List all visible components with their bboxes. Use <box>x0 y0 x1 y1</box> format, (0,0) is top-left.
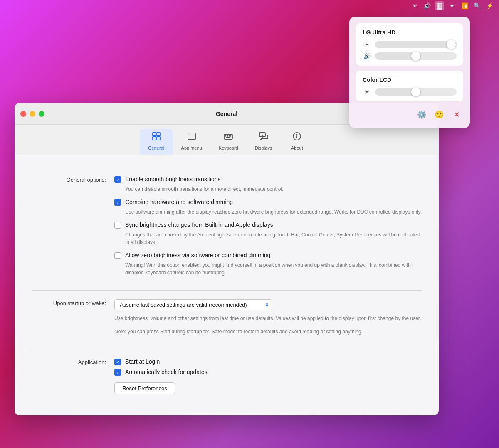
toolbar: General App menu <box>15 125 439 155</box>
power-menubar-icon[interactable]: ⚡ <box>485 1 494 10</box>
reset-preferences-button[interactable]: Reset Preferences <box>114 382 175 394</box>
lg-volume-slider[interactable] <box>375 52 457 60</box>
popover-settings-button[interactable]: ⚙️ <box>415 108 428 121</box>
combine-dimming-checkbox[interactable]: ✓ <box>114 199 121 206</box>
general-options-content: ✓ Enable smooth brightness transitions Y… <box>114 176 422 282</box>
smooth-brightness-checkbox[interactable]: ✓ <box>114 176 121 183</box>
zero-brightness-desc: Warning! With this option enabled, you m… <box>125 261 422 276</box>
start-at-login-label: Start at Login <box>125 358 160 365</box>
tab-app-menu[interactable]: App menu <box>173 129 210 155</box>
keyboard-tab-label: Keyboard <box>219 145 238 150</box>
color-lcd-title: Color LCD <box>363 76 457 83</box>
smooth-brightness-label: Enable smooth brightness transitions <box>125 176 221 182</box>
application-content: ✓ Start at Login ✓ Automatically check f… <box>114 358 422 394</box>
general-tab-label: General <box>148 145 164 150</box>
startup-label: Upon startup or wake: <box>31 299 114 306</box>
volume-slider-icon: 🔊 <box>363 53 371 59</box>
lg-brightness-slider[interactable] <box>375 41 457 48</box>
tab-displays[interactable]: Displays <box>247 129 281 155</box>
startup-row: Upon startup or wake: Assume last saved … <box>31 291 422 350</box>
about-tab-label: About <box>291 145 303 150</box>
startup-desc1: Use brightness, volume and other setting… <box>114 315 422 322</box>
color-lcd-section: Color LCD ☀ <box>356 71 463 101</box>
zero-brightness-label: Allow zero brightness via software or co… <box>125 252 270 258</box>
startup-select-wrapper: Assume last saved settings are valid (re… <box>114 299 272 310</box>
popover-smiley-button[interactable]: 🙂 <box>432 108 446 121</box>
keyboard-tab-icon <box>223 131 233 144</box>
svg-rect-1 <box>157 133 160 136</box>
lcd-brightness-row: ☀ <box>363 88 457 96</box>
app-menu-tab-icon <box>187 131 197 144</box>
window-controls <box>20 111 44 117</box>
sync-brightness-label: Sync brightness changes from Built-in an… <box>125 222 273 228</box>
combine-dimming-option: ✓ Combine hardware and software dimming <box>114 199 422 206</box>
main-window: General General App me <box>15 103 439 415</box>
auto-update-option: ✓ Automatically check for updates <box>114 369 422 376</box>
content-area: General options: ✓ Enable smooth brightn… <box>15 155 439 415</box>
startup-desc2: Note: you can press Shift during startup… <box>114 328 422 335</box>
general-options-row: General options: ✓ Enable smooth brightn… <box>31 167 422 291</box>
lg-volume-row: 🔊 <box>363 52 457 60</box>
combine-dimming-desc: Use software dimming after the display r… <box>125 208 422 216</box>
sync-brightness-option: Sync brightness changes from Built-in an… <box>114 222 422 229</box>
close-window-button[interactable] <box>20 111 26 117</box>
brightness-menubar-icon[interactable]: ☀ <box>410 1 419 10</box>
minimize-window-button[interactable] <box>30 111 35 117</box>
zero-brightness-option: Allow zero brightness via software or co… <box>114 252 422 259</box>
lg-ultrahd-section: LG Ultra HD ☀ 🔊 <box>356 23 463 66</box>
app-menu-tab-label: App menu <box>181 145 202 150</box>
brightness-slider-icon: ☀ <box>363 41 371 48</box>
startup-content: Assume last saved settings are valid (re… <box>114 299 422 341</box>
application-row: Application: ✓ Start at Login ✓ Automati… <box>31 350 422 403</box>
display-popover: LG Ultra HD ☀ 🔊 Color LCD ☀ <box>349 17 470 128</box>
auto-update-label: Automatically check for updates <box>125 369 208 375</box>
sync-brightness-desc: Changes that are caused by the Ambient l… <box>125 231 422 246</box>
lg-ultrahd-title: LG Ultra HD <box>363 29 457 36</box>
svg-rect-2 <box>153 137 156 140</box>
startup-select-wrapper-outer: Assume last saved settings are valid (re… <box>114 299 422 310</box>
svg-rect-4 <box>188 133 195 140</box>
zero-brightness-checkbox[interactable] <box>114 252 121 259</box>
auto-update-checkbox[interactable]: ✓ <box>114 369 121 376</box>
window-title: General <box>216 111 237 117</box>
application-label: Application: <box>31 358 114 365</box>
start-at-login-checkbox[interactable]: ✓ <box>114 359 121 365</box>
tab-about[interactable]: About <box>280 129 314 155</box>
battery-menubar-icon[interactable]: ▓ <box>435 1 444 10</box>
svg-rect-3 <box>157 137 160 140</box>
wifi-menubar-icon[interactable]: 📶 <box>460 1 469 10</box>
search-menubar-icon[interactable]: 🔍 <box>472 1 482 10</box>
general-options-label: General options: <box>31 176 114 183</box>
volume-menubar-icon[interactable]: 🔊 <box>422 1 432 10</box>
svg-rect-0 <box>153 133 156 136</box>
startup-dropdown[interactable]: Assume last saved settings are valid (re… <box>114 299 272 310</box>
bluetooth-menubar-icon[interactable]: ✦ <box>447 1 457 10</box>
tab-general[interactable]: General <box>140 129 173 155</box>
smooth-brightness-option: ✓ Enable smooth brightness transitions <box>114 176 422 183</box>
displays-tab-label: Displays <box>255 145 272 150</box>
menubar: ☀ 🔊 ▓ ✦ 📶 🔍 ⚡ <box>405 0 499 12</box>
lcd-brightness-slider[interactable] <box>375 88 457 96</box>
combine-dimming-label: Combine hardware and software dimming <box>125 199 233 205</box>
general-tab-icon <box>151 131 161 144</box>
sync-brightness-checkbox[interactable] <box>114 222 121 229</box>
popover-close-button[interactable]: ✕ <box>450 108 463 121</box>
displays-tab-icon <box>259 131 269 144</box>
about-tab-icon <box>292 131 302 144</box>
start-at-login-option: ✓ Start at Login <box>114 358 422 365</box>
maximize-window-button[interactable] <box>39 111 44 117</box>
popover-actions: ⚙️ 🙂 ✕ <box>356 106 463 121</box>
smooth-brightness-desc: You can disable smooth transitions for a… <box>125 185 422 193</box>
lcd-brightness-icon: ☀ <box>363 89 371 95</box>
lg-brightness-row: ☀ <box>363 41 457 48</box>
svg-rect-7 <box>224 134 232 139</box>
tab-keyboard[interactable]: Keyboard <box>210 129 247 155</box>
